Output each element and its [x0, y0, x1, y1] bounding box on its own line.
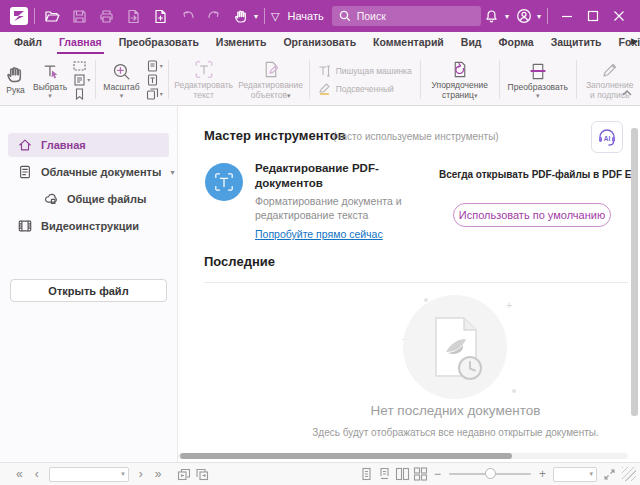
account-caret-icon[interactable]: ▾ — [537, 12, 541, 21]
edit-text-button[interactable]: Редактировать текст — [172, 54, 236, 105]
hand-tool-icon[interactable] — [230, 5, 252, 27]
edit-objects-button[interactable]: Редактирование объектов▾ — [236, 54, 306, 105]
next-page-button[interactable]: › — [133, 468, 149, 480]
search-box[interactable] — [332, 6, 481, 26]
redo-icon[interactable] — [203, 5, 225, 27]
dropdown-caret-icon: ▾ — [87, 76, 90, 83]
create-pdf-icon[interactable] — [149, 5, 171, 27]
no-recent-documents-subtitle: Здесь будут отображаться все недавно отк… — [253, 427, 640, 438]
search-input[interactable] — [357, 10, 474, 22]
zoom-tool-button[interactable]: Масштаб ▾ — [99, 54, 143, 105]
single-page-view-icon[interactable] — [358, 466, 376, 482]
fullscreen-icon[interactable] — [600, 466, 618, 482]
continuous-facing-view-icon[interactable] — [412, 466, 430, 482]
window-resize-grip[interactable] — [622, 467, 636, 481]
maximize-button[interactable] — [580, 4, 606, 28]
horizontal-scrollbar[interactable] — [178, 453, 628, 459]
menu-tab-comment[interactable]: Комментарий — [371, 32, 446, 54]
sparkle-decoration: + — [506, 300, 512, 311]
convert-button[interactable]: Преобразовать ▾ — [503, 54, 573, 105]
horizontal-scrollbar-thumb[interactable] — [180, 453, 512, 459]
page-thumbnail-icon[interactable]: ▾ — [146, 60, 163, 72]
minimize-button[interactable] — [554, 4, 580, 28]
sidebar-item-video-tutorials[interactable]: Видеоинструкции — [8, 214, 169, 238]
open-file-button[interactable]: Открыть файл — [10, 279, 167, 302]
collapse-ribbon-icon[interactable] — [622, 82, 632, 100]
convert-document-icon[interactable] — [122, 5, 144, 27]
menubar: Файл Главная Преобразовать Изменить Орга… — [0, 32, 640, 54]
previous-page-button[interactable]: ‹ — [29, 468, 45, 480]
use-as-default-button[interactable]: Использовать по умолчанию — [453, 203, 611, 227]
snapshot-icon[interactable] — [73, 60, 90, 72]
hand-tool-button[interactable]: Рука — [2, 54, 29, 105]
menu-tab-edit[interactable]: Изменить — [214, 32, 269, 54]
continuous-view-icon[interactable] — [376, 466, 394, 482]
account-icon[interactable] — [513, 5, 535, 27]
clipboard-icon[interactable]: ▾ — [73, 74, 90, 86]
foxit-logo-icon[interactable] — [10, 7, 28, 25]
previous-view-icon[interactable] — [175, 466, 193, 482]
ai-assistant-button[interactable]: AI — [591, 121, 623, 153]
menu-tab-home[interactable]: Главная — [57, 32, 104, 54]
menu-tab-view[interactable]: Вид — [459, 32, 484, 54]
save-icon[interactable] — [68, 5, 90, 27]
dropdown-caret-icon: ▾ — [536, 92, 540, 99]
tools-wizard-subtitle: (часто используемые инструменты) — [333, 131, 499, 142]
hand-tool-caret-icon[interactable]: ▾ — [254, 12, 258, 21]
open-file-icon[interactable] — [41, 5, 63, 27]
edit-objects-icon — [261, 58, 281, 79]
menu-overflow-icon[interactable]: ▶ — [631, 36, 638, 46]
combo-caret-icon[interactable]: ▾ — [589, 470, 596, 478]
foxit-pdf-editor-window: ▾ ▽ Начать ▾ ▾ — [0, 0, 640, 485]
bookmark-icon[interactable] — [73, 88, 90, 100]
edit-pdf-card-title[interactable]: Редактирование PDF-документов — [255, 161, 415, 191]
titlebar-divider — [34, 8, 35, 24]
close-button[interactable] — [606, 4, 632, 28]
menu-tab-file[interactable]: Файл — [12, 32, 44, 54]
customize-toolbar-icon[interactable]: ▽ — [271, 10, 279, 23]
highlight-button[interactable]: Подсвеченный — [318, 83, 412, 95]
zoom-slider-handle[interactable] — [485, 468, 496, 479]
next-view-icon[interactable] — [193, 466, 211, 482]
zoom-out-button[interactable]: − — [430, 468, 445, 480]
menu-tab-protect[interactable]: Защитить — [549, 32, 604, 54]
home-icon — [18, 138, 32, 152]
print-icon[interactable] — [95, 5, 117, 27]
try-now-link[interactable]: Попробуйте прямо сейчас — [255, 228, 383, 240]
zoom-in-button[interactable]: + — [535, 468, 550, 480]
sidebar-item-shared-files[interactable]: Общие файлы — [34, 187, 169, 211]
select-cursor-icon — [41, 60, 60, 81]
typewriter-button[interactable]: Пишущая машинка — [318, 65, 412, 77]
ribbon-divider — [420, 60, 421, 99]
notifications-bell-icon[interactable] — [481, 5, 503, 27]
ribbon-divider — [309, 60, 310, 99]
last-page-button[interactable]: » — [149, 468, 168, 480]
menu-tab-convert[interactable]: Преобразовать — [117, 32, 201, 54]
combo-caret-icon[interactable]: ▾ — [121, 470, 128, 478]
sidebar-item-cloud-documents[interactable]: Облачные документы ▾ — [8, 160, 169, 184]
start-tab[interactable]: Начать — [287, 10, 323, 22]
expand-caret-icon[interactable]: ▾ — [170, 168, 174, 177]
dropdown-caret-icon: ▾ — [287, 92, 291, 99]
sidebar-item-home[interactable]: Главная — [8, 133, 169, 157]
vertical-scrollbar[interactable] — [631, 108, 638, 448]
edit-pdf-card-icon[interactable] — [205, 163, 243, 201]
first-page-button[interactable]: « — [10, 468, 29, 480]
undo-icon[interactable] — [176, 5, 198, 27]
organize-pages-button[interactable]: Упорядочение страниц▾ — [424, 54, 496, 105]
notifications-caret-icon[interactable]: ▾ — [505, 12, 509, 21]
facing-view-icon[interactable] — [394, 466, 412, 482]
vertical-scrollbar-thumb[interactable] — [631, 128, 638, 416]
menu-tab-organize[interactable]: Организовать — [281, 32, 358, 54]
insert-text-page-icon[interactable] — [146, 74, 163, 86]
page-number-combobox[interactable]: ▾ — [49, 467, 129, 482]
rotate-pages-icon[interactable]: ▾ — [146, 88, 163, 100]
dropdown-caret-icon: ▾ — [48, 92, 52, 99]
ribbon-divider — [499, 60, 500, 99]
select-tool-button[interactable]: Выбрать ▾ — [29, 54, 71, 105]
sidebar: Главная Облачные документы ▾ Общие файлы… — [0, 106, 178, 462]
zoom-slider[interactable] — [449, 473, 531, 475]
zoom-level-combobox[interactable]: ▾ — [553, 467, 597, 482]
statusbar: « ‹ ▾ › » − — [0, 462, 640, 485]
menu-tab-form[interactable]: Форма — [497, 32, 536, 54]
